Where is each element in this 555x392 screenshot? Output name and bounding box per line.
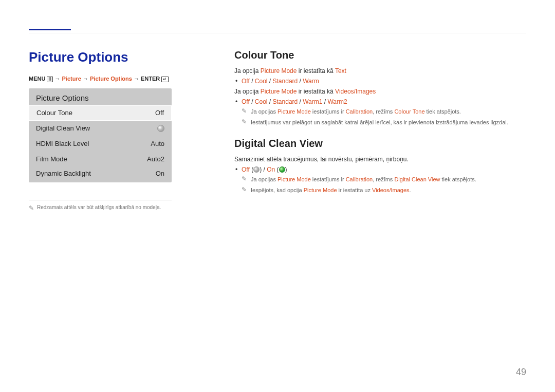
panel-row-dcv: Digital Clean View — [29, 121, 172, 136]
note-icon: ✎ — [242, 186, 247, 195]
panel-row-hdmi: HDMI Black Level Auto — [29, 136, 172, 152]
panel-row-label: Film Mode — [36, 155, 67, 163]
hl: Picture Mode — [304, 187, 337, 193]
colour-tone-line1: Ja opcija Picture Mode ir iestatīta kā T… — [234, 66, 526, 76]
panel-title: Picture Options — [29, 88, 172, 105]
opt: Standard — [273, 78, 298, 85]
page-number: 49 — [516, 367, 526, 378]
radio-off-icon — [157, 125, 164, 132]
txt: Ja opcija — [234, 67, 261, 74]
txt: Ja opcija — [234, 88, 261, 95]
opt: Standard — [273, 98, 298, 105]
opt: Warm2 — [327, 98, 347, 105]
colour-tone-opts1: Off / Cool / Standard / Warm — [242, 78, 526, 85]
opt: On — [267, 166, 275, 173]
page-content: Picture Options MENU Ⅲ → Picture → Pictu… — [0, 0, 555, 232]
hl: Picture Mode — [261, 88, 297, 95]
right-column: Colour Tone Ja opcija Picture Mode ir ie… — [234, 25, 526, 211]
txt: ir iestatīta uz — [337, 187, 372, 193]
footnote-text: Redzamais attēls var būt atšķirīgs atkar… — [37, 204, 161, 210]
breadcrumb-menu: MENU — [29, 76, 45, 82]
note-icon: ✎ — [242, 176, 247, 184]
panel-row-label: Dynamic Backlight — [36, 170, 91, 177]
section-title: Picture Options — [29, 49, 198, 65]
panel-row-colour-tone: Colour Tone Off — [29, 105, 172, 121]
txt: ir iestatīta kā — [297, 88, 335, 95]
settings-panel: Picture Options Colour Tone Off Digital … — [29, 88, 172, 182]
dcv-desc: Samaziniet attēla traucējumus, lai novēr… — [234, 155, 526, 164]
header-accent-bar — [29, 29, 71, 30]
txt: . — [410, 187, 411, 193]
hl: Picture Mode — [278, 108, 311, 115]
txt: ir iestatīta kā — [297, 67, 335, 74]
panel-row-value: Auto — [151, 140, 164, 147]
colour-tone-note2: ✎ Iestatījumus var pielāgot un saglabāt … — [242, 118, 526, 127]
txt: iestatījums ir — [311, 108, 346, 115]
colour-tone-note1: ✎ Ja opcijas Picture Mode iestatījums ir… — [242, 107, 526, 116]
txt: , režīms — [373, 108, 394, 115]
dcv-note2: ✎ Iespējots, kad opcija Picture Mode ir … — [242, 186, 526, 195]
left-column: Picture Options MENU Ⅲ → Picture → Pictu… — [29, 25, 198, 211]
hl: Digital Clean View — [394, 176, 440, 182]
colour-tone-heading: Colour Tone — [234, 49, 526, 61]
breadcrumb-enter: ENTER — [141, 76, 160, 82]
txt: Ja opcijas — [251, 108, 278, 115]
txt: Iespējots, kad opcija — [251, 187, 304, 193]
note-icon: ✎ — [242, 108, 247, 116]
panel-row-label: Digital Clean View — [36, 124, 90, 132]
colour-tone-opts2: Off / Cool / Standard / Warm1 / Warm2 — [242, 98, 526, 105]
note-text: Ja opcijas Picture Mode iestatījums ir C… — [251, 107, 526, 116]
panel-row-value: Auto2 — [147, 155, 164, 163]
breadcrumb: MENU Ⅲ → Picture → Picture Options → ENT… — [29, 76, 198, 82]
panel-row-film: Film Mode Auto2 — [29, 152, 172, 167]
opt: Off — [242, 166, 250, 173]
txt: , režīms — [373, 176, 394, 182]
panel-row-value: Off — [155, 109, 164, 117]
hl: Videos/Images — [335, 88, 376, 95]
txt: Ja opcijas — [251, 176, 278, 182]
radio-on-icon — [279, 166, 285, 173]
menu-icon: Ⅲ — [47, 77, 53, 82]
note-icon: ✎ — [242, 119, 247, 127]
hl: Text — [335, 67, 346, 74]
note-text: Iestatījumus var pielāgot un saglabāt ka… — [251, 118, 526, 127]
divider — [29, 200, 172, 200]
opt: Cool — [255, 98, 268, 105]
dcv-heading: Digital Clean View — [234, 138, 526, 150]
colour-tone-section: Colour Tone Ja opcija Picture Mode ir ie… — [234, 49, 526, 126]
panel-row-backlight: Dynamic Backlight On — [29, 167, 172, 182]
breadcrumb-picture: Picture — [62, 76, 81, 82]
note-text: Iespējots, kad opcija Picture Mode ir ie… — [251, 186, 526, 195]
radio-off-icon — [253, 166, 260, 173]
opt: Warm1 — [303, 98, 322, 105]
hl: Picture Mode — [278, 176, 311, 182]
opt: Off — [242, 78, 250, 85]
hl: Calibration — [346, 108, 373, 115]
footnote: ✎ Redzamais attēls var būt atšķirīgs atk… — [29, 204, 198, 211]
txt: tiek atspējots. — [425, 108, 461, 115]
panel-row-label: HDMI Black Level — [36, 140, 89, 147]
panel-row-value: On — [156, 170, 164, 177]
dcv-section: Digital Clean View Samaziniet attēla tra… — [234, 138, 526, 194]
opt: Warm — [303, 78, 319, 85]
hl: Videos/Images — [372, 187, 410, 193]
dcv-options: Off () / On () — [242, 166, 526, 173]
breadcrumb-picture-options: Picture Options — [90, 76, 132, 82]
enter-icon: ↵ — [161, 77, 169, 82]
txt: tiek atspējots. — [440, 176, 476, 182]
colour-tone-line2: Ja opcija Picture Mode ir iestatīta kā V… — [234, 87, 526, 96]
panel-row-label: Colour Tone — [36, 109, 72, 117]
dcv-note1: ✎ Ja opcijas Picture Mode iestatījums ir… — [242, 175, 526, 184]
hl: Calibration — [346, 176, 373, 182]
hl: Colour Tone — [394, 108, 424, 115]
txt: iestatījums ir — [311, 176, 346, 182]
opt: Off — [242, 98, 250, 105]
note-icon: ✎ — [29, 205, 34, 211]
note-text: Ja opcijas Picture Mode iestatījums ir C… — [251, 175, 526, 184]
opt: Cool — [255, 78, 268, 85]
hl: Picture Mode — [261, 67, 297, 74]
